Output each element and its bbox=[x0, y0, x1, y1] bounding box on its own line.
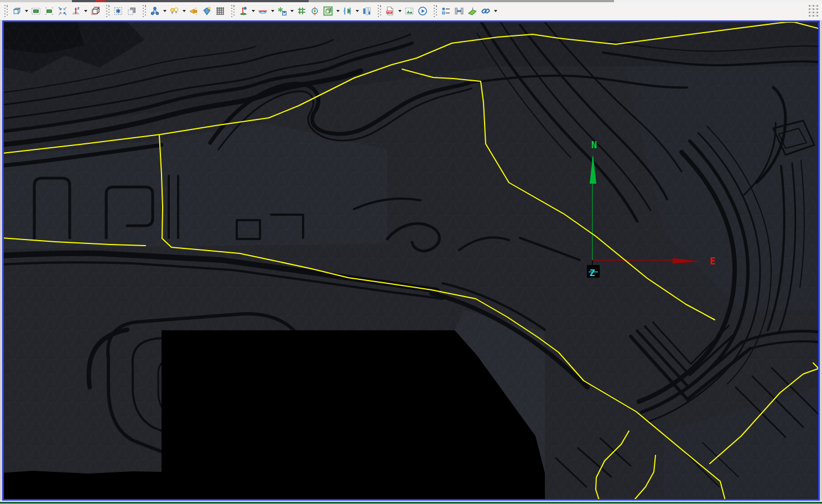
section-line-button[interactable] bbox=[256, 4, 269, 18]
station-marker-dropdown[interactable] bbox=[250, 4, 256, 18]
chevron-down-icon bbox=[163, 10, 167, 12]
gem-light-button[interactable] bbox=[200, 4, 214, 18]
box-clip-icon bbox=[323, 6, 333, 16]
link-views-button[interactable] bbox=[479, 4, 492, 18]
terrain-surface bbox=[4, 22, 818, 499]
display-list-button[interactable] bbox=[439, 4, 452, 18]
viewport-frame: N E Z bbox=[2, 20, 820, 501]
swap-panes-icon bbox=[454, 6, 464, 16]
section-clip-icon bbox=[342, 6, 352, 16]
points-triangle-button[interactable] bbox=[148, 4, 162, 18]
export-pdf-button[interactable]: PDF bbox=[383, 4, 397, 18]
3d-viewport[interactable]: N E Z bbox=[4, 22, 818, 499]
grid-display-icon bbox=[215, 6, 225, 16]
design-grid-button[interactable] bbox=[295, 4, 308, 18]
export-pdf-dropdown[interactable] bbox=[397, 4, 403, 18]
main-toolbar: zPDF bbox=[0, 2, 822, 20]
slice-panels-icon bbox=[362, 6, 372, 16]
chevron-down-icon bbox=[271, 10, 274, 12]
view-cube-outline-icon bbox=[90, 6, 100, 16]
link-views-icon bbox=[481, 6, 491, 16]
svg-text:PDF: PDF bbox=[387, 11, 392, 13]
chevron-down-icon bbox=[252, 10, 255, 12]
toolbar-group-grip[interactable] bbox=[143, 5, 146, 17]
toolbar-group-grip[interactable] bbox=[434, 5, 437, 17]
snap-grid-save-button[interactable] bbox=[275, 4, 289, 18]
toolbar-overflow-grip[interactable] bbox=[809, 5, 819, 18]
lights-icon bbox=[169, 6, 179, 16]
chevron-down-icon bbox=[290, 10, 294, 12]
export-image-button[interactable] bbox=[403, 4, 416, 18]
export-image-icon bbox=[404, 6, 414, 16]
toolbar-group-grip[interactable] bbox=[4, 5, 8, 17]
svg-text:z: z bbox=[77, 6, 79, 11]
chevron-down-icon bbox=[25, 10, 28, 12]
gem-light-icon bbox=[202, 6, 212, 16]
toolbar-group-grip[interactable] bbox=[378, 5, 381, 17]
zoom-extents-icon bbox=[31, 6, 41, 16]
points-triangle-icon bbox=[150, 6, 160, 16]
snap-grid-save-dropdown[interactable] bbox=[289, 4, 295, 18]
east-axis-label: E bbox=[710, 256, 715, 267]
toolbar-group-grip[interactable] bbox=[106, 5, 110, 17]
animation-play-icon bbox=[418, 6, 428, 16]
section-line-dropdown[interactable] bbox=[269, 4, 275, 18]
swap-panes-button[interactable] bbox=[452, 4, 466, 18]
toolbar-group-grip[interactable] bbox=[231, 5, 235, 17]
chevron-down-icon bbox=[336, 10, 340, 12]
plan-view-z-dropdown[interactable] bbox=[82, 4, 89, 18]
box-clip-dropdown[interactable] bbox=[335, 4, 341, 18]
section-line-icon bbox=[258, 6, 268, 16]
refresh-selection-button[interactable] bbox=[112, 4, 125, 18]
lights-dropdown[interactable] bbox=[181, 4, 187, 18]
zoom-fit-button[interactable] bbox=[56, 4, 69, 18]
export-pdf-icon: PDF bbox=[385, 6, 395, 16]
snap-grid-save-icon bbox=[277, 6, 287, 16]
chevron-down-icon bbox=[84, 10, 87, 12]
bottom-status-edge bbox=[0, 501, 822, 504]
chevron-down-icon bbox=[398, 10, 402, 12]
station-marker-icon bbox=[238, 6, 248, 16]
display-list-icon bbox=[441, 6, 451, 16]
view-3d-cube-icon bbox=[12, 6, 22, 16]
points-triangle-dropdown[interactable] bbox=[162, 4, 168, 18]
slice-panels-button[interactable] bbox=[360, 4, 373, 18]
plan-view-z-icon: z bbox=[71, 6, 81, 16]
grid-display-button[interactable] bbox=[214, 4, 227, 18]
animation-play-button[interactable] bbox=[416, 4, 429, 18]
zoom-window-icon bbox=[44, 6, 54, 16]
spotlight-button[interactable] bbox=[187, 4, 200, 18]
copy-view-icon bbox=[127, 6, 137, 16]
zoom-fit-icon bbox=[58, 6, 67, 16]
design-grid-icon bbox=[296, 6, 306, 16]
copy-view-button[interactable] bbox=[125, 4, 138, 18]
plan-view-z-button[interactable]: z bbox=[69, 4, 82, 18]
section-clip-button[interactable] bbox=[341, 4, 354, 18]
link-views-dropdown[interactable] bbox=[492, 4, 498, 18]
section-clip-dropdown[interactable] bbox=[354, 4, 360, 18]
view-3d-cube-button[interactable] bbox=[10, 4, 23, 18]
zoom-extents-button[interactable] bbox=[29, 4, 43, 18]
lights-button[interactable] bbox=[168, 4, 181, 18]
orbit-view-button[interactable] bbox=[308, 4, 321, 18]
zoom-window-button[interactable] bbox=[43, 4, 56, 18]
spotlight-icon bbox=[189, 6, 199, 16]
station-marker-button[interactable] bbox=[237, 4, 250, 18]
chevron-down-icon bbox=[356, 10, 359, 12]
orbit-view-icon bbox=[310, 6, 320, 16]
refresh-selection-icon bbox=[113, 6, 123, 16]
north-axis-label: N bbox=[591, 139, 597, 150]
ramp-tool-button[interactable] bbox=[466, 4, 479, 18]
view-3d-cube-dropdown[interactable] bbox=[23, 4, 29, 18]
z-axis-label: Z bbox=[590, 268, 595, 278]
view-cube-outline-button[interactable] bbox=[89, 4, 102, 18]
box-clip-button[interactable] bbox=[321, 4, 335, 18]
chevron-down-icon bbox=[494, 10, 497, 12]
ramp-tool-icon bbox=[467, 6, 477, 16]
chevron-down-icon bbox=[183, 10, 186, 12]
